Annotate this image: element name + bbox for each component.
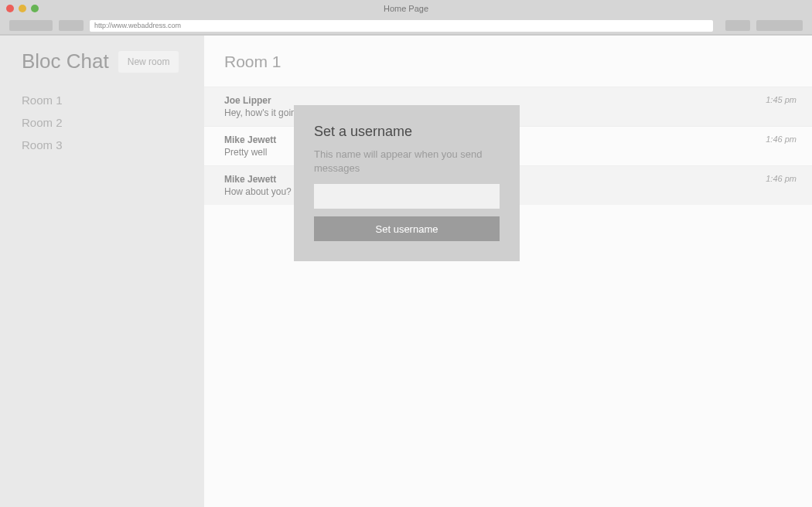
message-time: 1:46 pm	[766, 174, 797, 183]
address-bar[interactable]: http://www.webaddress.com	[90, 20, 713, 32]
app-shell: Bloc Chat New room Room 1 Room 2 Room 3 …	[0, 36, 812, 507]
new-room-button[interactable]: New room	[118, 51, 179, 73]
browser-toolbar: http://www.webaddress.com	[0, 17, 812, 34]
modal-description: This name will appear when you send mess…	[314, 148, 500, 175]
message-body: Mike Jewett Pretty well	[224, 134, 276, 158]
message-time: 1:46 pm	[766, 134, 797, 144]
app-name: Bloc Chat	[22, 49, 109, 73]
message-body: Mike Jewett How about you?	[224, 174, 292, 197]
message-sender: Mike Jewett	[224, 134, 276, 145]
toolbar-button[interactable]	[725, 20, 750, 31]
window-chrome: Home Page	[0, 0, 812, 17]
main-panel: Room 1 Joe Lipper Hey, how's it going? 1…	[204, 36, 812, 507]
room-title: Room 1	[204, 36, 812, 87]
room-list: Room 1 Room 2 Room 3	[0, 89, 204, 156]
sidebar-item-room[interactable]: Room 2	[0, 111, 204, 134]
toolbar-button[interactable]	[9, 20, 53, 31]
username-input[interactable]	[314, 184, 500, 209]
username-modal: Set a username This name will appear whe…	[294, 105, 520, 261]
message-sender: Mike Jewett	[224, 174, 292, 185]
message-time: 1:45 pm	[766, 95, 797, 104]
toolbar-button[interactable]	[59, 20, 84, 31]
window-title: Home Page	[0, 4, 812, 13]
sidebar: Bloc Chat New room Room 1 Room 2 Room 3	[0, 36, 204, 507]
sidebar-item-room[interactable]: Room 1	[0, 89, 204, 111]
sidebar-item-room[interactable]: Room 3	[0, 134, 204, 156]
set-username-button[interactable]: Set username	[314, 216, 500, 241]
message-text: How about you?	[224, 186, 292, 197]
toolbar-button[interactable]	[756, 20, 803, 31]
modal-title: Set a username	[314, 124, 500, 140]
message-text: Pretty well	[224, 147, 276, 158]
message-sender: Joe Lipper	[224, 95, 306, 106]
sidebar-header: Bloc Chat New room	[0, 49, 204, 73]
